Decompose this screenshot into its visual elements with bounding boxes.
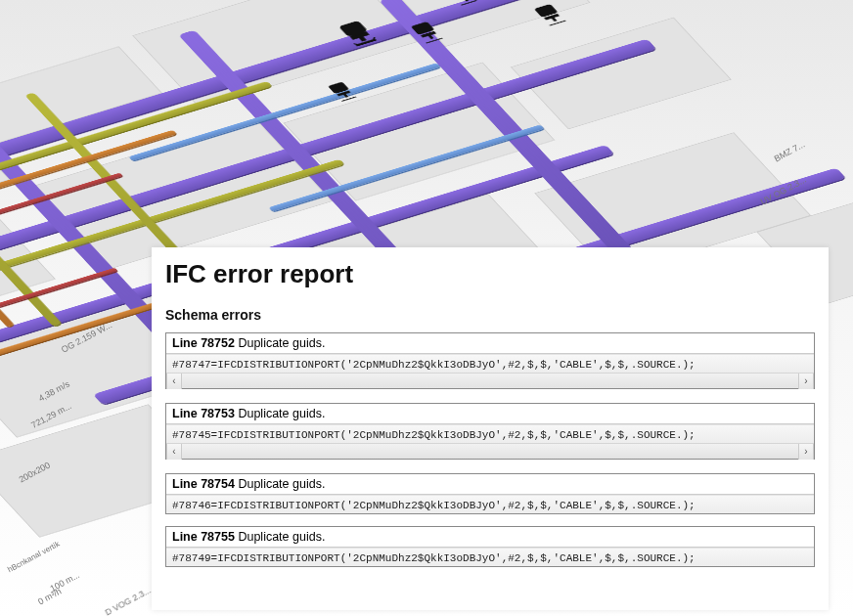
scroll-track[interactable]: [182, 374, 798, 388]
error-line-label: Line 78752: [172, 336, 235, 350]
horizontal-scrollbar[interactable]: ‹ ›: [166, 373, 814, 388]
scroll-left-icon[interactable]: ‹: [166, 374, 182, 389]
error-block: Line 78752 Duplicate guids. #78747=IFCDI…: [165, 332, 815, 389]
report-section-heading: Schema errors: [165, 307, 815, 323]
error-line-label: Line 78754: [172, 477, 235, 491]
scroll-left-icon[interactable]: ‹: [166, 444, 182, 460]
error-header: Line 78753 Duplicate guids.: [166, 404, 814, 424]
error-message: Duplicate guids.: [238, 336, 325, 350]
error-code: #78746=IFCDISTRIBUTIONPORT('2CpNMuDhz2$Q…: [166, 495, 814, 513]
error-header: Line 78755 Duplicate guids.: [166, 527, 814, 548]
error-header: Line 78754 Duplicate guids.: [166, 474, 814, 495]
scroll-right-icon[interactable]: ›: [798, 374, 814, 389]
error-block: Line 78755 Duplicate guids. #78749=IFCDI…: [165, 526, 815, 567]
error-message: Duplicate guids.: [238, 530, 325, 544]
ifc-error-report-panel: IFC error report Schema errors Line 7875…: [152, 247, 829, 610]
scroll-right-icon[interactable]: ›: [798, 444, 814, 460]
scroll-track[interactable]: [182, 444, 798, 459]
horizontal-scrollbar[interactable]: ‹ ›: [166, 443, 814, 459]
error-line-label: Line 78753: [172, 407, 235, 420]
report-title: IFC error report: [165, 259, 815, 289]
error-code: #78745=IFCDISTRIBUTIONPORT('2CpNMuDhz2$Q…: [166, 424, 814, 443]
error-code: #78747=IFCDISTRIBUTIONPORT('2CpNMuDhz2$Q…: [166, 354, 814, 373]
error-message: Duplicate guids.: [238, 477, 325, 491]
error-line-label: Line 78755: [172, 530, 235, 544]
error-message: Duplicate guids.: [238, 407, 325, 420]
error-block: Line 78753 Duplicate guids. #78745=IFCDI…: [165, 403, 815, 460]
error-block: Line 78754 Duplicate guids. #78746=IFCDI…: [165, 473, 815, 514]
error-code: #78749=IFCDISTRIBUTIONPORT('2CpNMuDhz2$Q…: [166, 548, 814, 566]
error-header: Line 78752 Duplicate guids.: [166, 333, 814, 354]
